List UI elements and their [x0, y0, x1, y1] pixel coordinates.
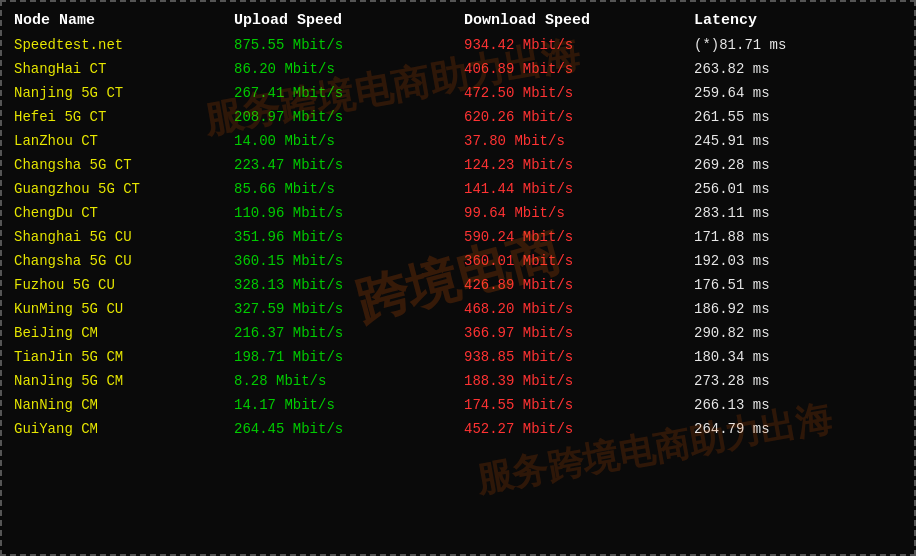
header-upload: Upload Speed [226, 6, 456, 33]
cell-node: Shanghai 5G CU [6, 225, 226, 249]
cell-latency: 266.13 ms [686, 393, 910, 417]
cell-download: 426.89 Mbit/s [456, 273, 686, 297]
cell-latency: 263.82 ms [686, 57, 910, 81]
cell-download: 472.50 Mbit/s [456, 81, 686, 105]
cell-download: 452.27 Mbit/s [456, 417, 686, 441]
cell-upload: 351.96 Mbit/s [226, 225, 456, 249]
cell-node: Changsha 5G CU [6, 249, 226, 273]
cell-download: 141.44 Mbit/s [456, 177, 686, 201]
table-row: Fuzhou 5G CU328.13 Mbit/s426.89 Mbit/s17… [6, 273, 910, 297]
cell-download: 188.39 Mbit/s [456, 369, 686, 393]
table-row: Hefei 5G CT208.97 Mbit/s620.26 Mbit/s261… [6, 105, 910, 129]
cell-node: TianJin 5G CM [6, 345, 226, 369]
cell-upload: 360.15 Mbit/s [226, 249, 456, 273]
cell-latency: 261.55 ms [686, 105, 910, 129]
cell-latency: 290.82 ms [686, 321, 910, 345]
cell-latency: 180.34 ms [686, 345, 910, 369]
cell-latency: 171.88 ms [686, 225, 910, 249]
cell-upload: 216.37 Mbit/s [226, 321, 456, 345]
table-row: Changsha 5G CU360.15 Mbit/s360.01 Mbit/s… [6, 249, 910, 273]
table-row: Changsha 5G CT223.47 Mbit/s124.23 Mbit/s… [6, 153, 910, 177]
cell-node: Fuzhou 5G CU [6, 273, 226, 297]
table-row: Guangzhou 5G CT85.66 Mbit/s141.44 Mbit/s… [6, 177, 910, 201]
cell-download: 468.20 Mbit/s [456, 297, 686, 321]
cell-download: 938.85 Mbit/s [456, 345, 686, 369]
table-row: TianJin 5G CM198.71 Mbit/s938.85 Mbit/s1… [6, 345, 910, 369]
cell-latency: 269.28 ms [686, 153, 910, 177]
cell-upload: 267.41 Mbit/s [226, 81, 456, 105]
cell-latency: 283.11 ms [686, 201, 910, 225]
cell-download: 99.64 Mbit/s [456, 201, 686, 225]
cell-node: NanJing 5G CM [6, 369, 226, 393]
table-row: ShangHai CT86.20 Mbit/s406.89 Mbit/s263.… [6, 57, 910, 81]
cell-upload: 8.28 Mbit/s [226, 369, 456, 393]
table-row: Shanghai 5G CU351.96 Mbit/s590.24 Mbit/s… [6, 225, 910, 249]
cell-upload: 86.20 Mbit/s [226, 57, 456, 81]
cell-download: 934.42 Mbit/s [456, 33, 686, 57]
cell-node: Guangzhou 5G CT [6, 177, 226, 201]
cell-upload: 208.97 Mbit/s [226, 105, 456, 129]
main-container: 跨境电商 服务跨境电商助力出海 服务跨境电商助力出海 Node Name Upl… [0, 0, 916, 556]
speed-table: Node Name Upload Speed Download Speed La… [6, 6, 910, 441]
table-row: BeiJing CM216.37 Mbit/s366.97 Mbit/s290.… [6, 321, 910, 345]
cell-latency: 245.91 ms [686, 129, 910, 153]
cell-download: 124.23 Mbit/s [456, 153, 686, 177]
table-row: LanZhou CT14.00 Mbit/s37.80 Mbit/s245.91… [6, 129, 910, 153]
header-download: Download Speed [456, 6, 686, 33]
cell-latency: 264.79 ms [686, 417, 910, 441]
cell-latency: 259.64 ms [686, 81, 910, 105]
cell-upload: 14.17 Mbit/s [226, 393, 456, 417]
cell-node: ShangHai CT [6, 57, 226, 81]
table-header-row: Node Name Upload Speed Download Speed La… [6, 6, 910, 33]
cell-node: Speedtest.net [6, 33, 226, 57]
table-row: NanNing CM14.17 Mbit/s174.55 Mbit/s266.1… [6, 393, 910, 417]
cell-node: Nanjing 5G CT [6, 81, 226, 105]
cell-upload: 327.59 Mbit/s [226, 297, 456, 321]
cell-download: 366.97 Mbit/s [456, 321, 686, 345]
cell-upload: 223.47 Mbit/s [226, 153, 456, 177]
cell-node: BeiJing CM [6, 321, 226, 345]
cell-download: 406.89 Mbit/s [456, 57, 686, 81]
cell-latency: (*)81.71 ms [686, 33, 910, 57]
cell-upload: 110.96 Mbit/s [226, 201, 456, 225]
cell-upload: 198.71 Mbit/s [226, 345, 456, 369]
header-latency: Latency [686, 6, 910, 33]
cell-node: LanZhou CT [6, 129, 226, 153]
cell-node: Hefei 5G CT [6, 105, 226, 129]
table-row: NanJing 5G CM8.28 Mbit/s188.39 Mbit/s273… [6, 369, 910, 393]
cell-latency: 256.01 ms [686, 177, 910, 201]
cell-node: ChengDu CT [6, 201, 226, 225]
cell-latency: 186.92 ms [686, 297, 910, 321]
table-row: KunMing 5G CU327.59 Mbit/s468.20 Mbit/s1… [6, 297, 910, 321]
table-row: ChengDu CT110.96 Mbit/s99.64 Mbit/s283.1… [6, 201, 910, 225]
cell-node: Changsha 5G CT [6, 153, 226, 177]
cell-download: 590.24 Mbit/s [456, 225, 686, 249]
cell-node: KunMing 5G CU [6, 297, 226, 321]
cell-upload: 14.00 Mbit/s [226, 129, 456, 153]
table-row: Speedtest.net875.55 Mbit/s934.42 Mbit/s(… [6, 33, 910, 57]
table-row: GuiYang CM264.45 Mbit/s452.27 Mbit/s264.… [6, 417, 910, 441]
cell-download: 360.01 Mbit/s [456, 249, 686, 273]
cell-upload: 264.45 Mbit/s [226, 417, 456, 441]
cell-latency: 176.51 ms [686, 273, 910, 297]
table-row: Nanjing 5G CT267.41 Mbit/s472.50 Mbit/s2… [6, 81, 910, 105]
cell-node: GuiYang CM [6, 417, 226, 441]
cell-download: 174.55 Mbit/s [456, 393, 686, 417]
cell-node: NanNing CM [6, 393, 226, 417]
cell-download: 620.26 Mbit/s [456, 105, 686, 129]
cell-download: 37.80 Mbit/s [456, 129, 686, 153]
cell-upload: 875.55 Mbit/s [226, 33, 456, 57]
cell-upload: 85.66 Mbit/s [226, 177, 456, 201]
header-node: Node Name [6, 6, 226, 33]
cell-latency: 273.28 ms [686, 369, 910, 393]
cell-upload: 328.13 Mbit/s [226, 273, 456, 297]
cell-latency: 192.03 ms [686, 249, 910, 273]
